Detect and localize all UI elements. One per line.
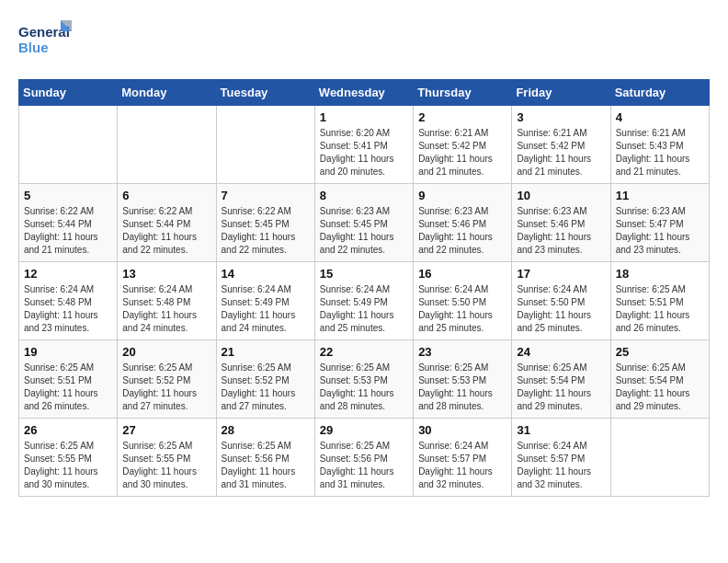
day-number: 15 [320,267,408,281]
day-number: 18 [616,267,704,281]
day-info: Sunrise: 6:24 AM Sunset: 5:57 PM Dayligh… [517,440,605,491]
day-number: 12 [24,267,112,281]
day-info: Sunrise: 6:20 AM Sunset: 5:41 PM Dayligh… [320,127,408,178]
day-number: 7 [222,189,310,202]
weekday-header-saturday: Saturday [610,80,709,106]
day-info: Sunrise: 6:22 AM Sunset: 5:45 PM Dayligh… [222,205,310,257]
day-number: 6 [122,189,210,202]
day-info: Sunrise: 6:23 AM Sunset: 5:47 PM Dayligh… [616,205,704,257]
calendar-cell [216,106,314,184]
day-info: Sunrise: 6:25 AM Sunset: 5:54 PM Dayligh… [616,362,704,413]
calendar-cell: 9Sunrise: 6:23 AM Sunset: 5:46 PM Daylig… [414,184,512,262]
day-info: Sunrise: 6:25 AM Sunset: 5:56 PM Dayligh… [222,440,310,491]
weekday-header-wednesday: Wednesday [314,80,413,106]
calendar-cell [118,106,216,184]
day-info: Sunrise: 6:25 AM Sunset: 5:52 PM Dayligh… [222,362,310,413]
day-info: Sunrise: 6:23 AM Sunset: 5:45 PM Dayligh… [320,205,408,257]
calendar-cell: 12Sunrise: 6:24 AM Sunset: 5:48 PM Dayli… [19,262,118,340]
day-number: 2 [418,110,506,124]
day-info: Sunrise: 6:21 AM Sunset: 5:42 PM Dayligh… [517,127,605,178]
day-number: 17 [517,267,605,281]
day-number: 10 [517,189,605,202]
weekday-header-monday: Monday [118,80,216,106]
day-info: Sunrise: 6:21 AM Sunset: 5:42 PM Dayligh… [418,127,506,178]
weekday-header-tuesday: Tuesday [216,80,314,106]
day-number: 19 [24,345,112,359]
calendar-cell: 15Sunrise: 6:24 AM Sunset: 5:49 PM Dayli… [314,262,413,340]
calendar-cell: 18Sunrise: 6:25 AM Sunset: 5:51 PM Dayli… [610,262,709,340]
day-number: 3 [517,110,605,124]
day-number: 1 [320,110,408,124]
day-number: 21 [222,345,310,359]
calendar-cell: 28Sunrise: 6:25 AM Sunset: 5:56 PM Dayli… [216,419,314,497]
calendar-cell: 11Sunrise: 6:23 AM Sunset: 5:47 PM Dayli… [610,184,709,262]
day-number: 4 [616,110,704,124]
day-number: 11 [616,189,704,202]
day-number: 20 [122,345,210,359]
day-info: Sunrise: 6:25 AM Sunset: 5:56 PM Dayligh… [320,440,408,491]
calendar-cell: 25Sunrise: 6:25 AM Sunset: 5:54 PM Dayli… [610,340,709,419]
day-number: 23 [418,345,506,359]
day-info: Sunrise: 6:24 AM Sunset: 5:48 PM Dayligh… [122,283,210,335]
day-info: Sunrise: 6:24 AM Sunset: 5:48 PM Dayligh… [24,283,112,335]
calendar-cell: 6Sunrise: 6:22 AM Sunset: 5:44 PM Daylig… [118,184,216,262]
calendar-cell: 30Sunrise: 6:24 AM Sunset: 5:57 PM Dayli… [414,419,512,497]
day-info: Sunrise: 6:23 AM Sunset: 5:46 PM Dayligh… [517,205,605,257]
calendar-table: SundayMondayTuesdayWednesdayThursdayFrid… [18,79,710,497]
day-number: 27 [122,423,210,437]
calendar-cell: 16Sunrise: 6:24 AM Sunset: 5:50 PM Dayli… [414,262,512,340]
day-info: Sunrise: 6:25 AM Sunset: 5:55 PM Dayligh… [24,440,112,491]
calendar-cell [610,419,709,497]
day-number: 5 [24,189,112,202]
weekday-header-thursday: Thursday [414,80,512,106]
day-number: 26 [24,423,112,437]
day-number: 29 [320,423,408,437]
calendar-cell: 3Sunrise: 6:21 AM Sunset: 5:42 PM Daylig… [512,106,610,184]
day-number: 22 [320,345,408,359]
day-number: 28 [222,423,310,437]
day-number: 30 [418,423,506,437]
calendar-cell: 2Sunrise: 6:21 AM Sunset: 5:42 PM Daylig… [414,106,512,184]
calendar-cell: 8Sunrise: 6:23 AM Sunset: 5:45 PM Daylig… [314,184,413,262]
calendar-week-3: 12Sunrise: 6:24 AM Sunset: 5:48 PM Dayli… [19,262,710,340]
calendar-cell: 29Sunrise: 6:25 AM Sunset: 5:56 PM Dayli… [314,419,413,497]
calendar-cell: 23Sunrise: 6:25 AM Sunset: 5:53 PM Dayli… [414,340,512,419]
calendar-week-4: 19Sunrise: 6:25 AM Sunset: 5:51 PM Dayli… [19,340,710,419]
calendar-cell: 20Sunrise: 6:25 AM Sunset: 5:52 PM Dayli… [118,340,216,419]
calendar-cell: 14Sunrise: 6:24 AM Sunset: 5:49 PM Dayli… [216,262,314,340]
calendar-cell: 1Sunrise: 6:20 AM Sunset: 5:41 PM Daylig… [314,106,413,184]
weekday-header-row: SundayMondayTuesdayWednesdayThursdayFrid… [19,80,710,106]
day-info: Sunrise: 6:25 AM Sunset: 5:52 PM Dayligh… [122,362,210,413]
day-number: 25 [616,345,704,359]
day-info: Sunrise: 6:25 AM Sunset: 5:51 PM Dayligh… [24,362,112,413]
calendar-cell: 5Sunrise: 6:22 AM Sunset: 5:44 PM Daylig… [19,184,118,262]
calendar-cell: 4Sunrise: 6:21 AM Sunset: 5:43 PM Daylig… [610,106,709,184]
weekday-header-friday: Friday [512,80,610,106]
day-number: 13 [122,267,210,281]
day-info: Sunrise: 6:25 AM Sunset: 5:55 PM Dayligh… [122,440,210,491]
page-header: General Blue [18,18,710,64]
day-info: Sunrise: 6:24 AM Sunset: 5:57 PM Dayligh… [418,440,506,491]
day-info: Sunrise: 6:23 AM Sunset: 5:46 PM Dayligh… [418,205,506,257]
day-number: 9 [418,189,506,202]
calendar-week-2: 5Sunrise: 6:22 AM Sunset: 5:44 PM Daylig… [19,184,710,262]
day-info: Sunrise: 6:24 AM Sunset: 5:49 PM Dayligh… [222,283,310,335]
calendar-cell: 31Sunrise: 6:24 AM Sunset: 5:57 PM Dayli… [512,419,610,497]
day-number: 8 [320,189,408,202]
day-info: Sunrise: 6:24 AM Sunset: 5:50 PM Dayligh… [418,283,506,335]
day-number: 31 [517,423,605,437]
weekday-header-sunday: Sunday [19,80,118,106]
day-info: Sunrise: 6:25 AM Sunset: 5:53 PM Dayligh… [320,362,408,413]
day-number: 16 [418,267,506,281]
calendar-cell: 21Sunrise: 6:25 AM Sunset: 5:52 PM Dayli… [216,340,314,419]
calendar-cell: 19Sunrise: 6:25 AM Sunset: 5:51 PM Dayli… [19,340,118,419]
calendar-cell: 22Sunrise: 6:25 AM Sunset: 5:53 PM Dayli… [314,340,413,419]
calendar-cell: 13Sunrise: 6:24 AM Sunset: 5:48 PM Dayli… [118,262,216,340]
svg-text:Blue: Blue [18,40,49,55]
day-info: Sunrise: 6:25 AM Sunset: 5:51 PM Dayligh… [616,283,704,335]
day-info: Sunrise: 6:25 AM Sunset: 5:54 PM Dayligh… [517,362,605,413]
logo-svg: General Blue [18,18,74,64]
logo: General Blue [18,18,74,64]
day-number: 24 [517,345,605,359]
day-info: Sunrise: 6:24 AM Sunset: 5:49 PM Dayligh… [320,283,408,335]
